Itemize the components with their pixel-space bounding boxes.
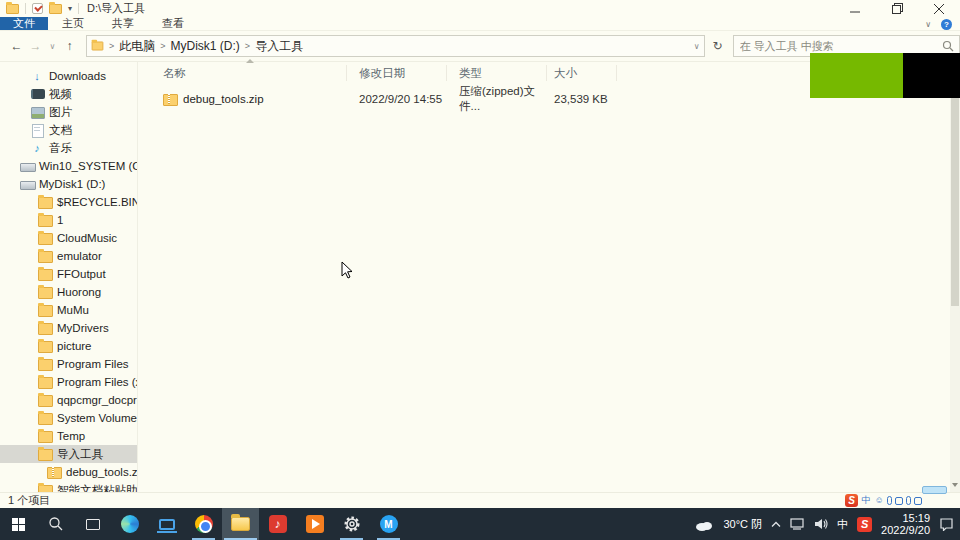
sidebar-item[interactable]: MyDrivers	[0, 319, 137, 337]
taskbar-settings-button[interactable]	[333, 508, 370, 540]
sidebar-item[interactable]: MuMu	[0, 301, 137, 319]
folder-icon	[38, 430, 52, 442]
sogou-tray-icon[interactable]: S	[857, 517, 872, 532]
zip-icon	[163, 93, 177, 105]
address-dropdown-icon[interactable]: ∨	[694, 42, 700, 51]
tab-share[interactable]: 共享	[98, 17, 148, 30]
mouse-cursor	[341, 261, 354, 280]
breadcrumb-drive-d[interactable]: MyDisk1 (D:)	[171, 39, 240, 53]
skin-icon[interactable]	[906, 496, 911, 505]
taskbar-netease-music-button[interactable]: ♪	[259, 508, 296, 540]
column-header[interactable]: 大小	[547, 65, 617, 81]
up-button[interactable]: ↑	[61, 39, 78, 53]
sidebar-item[interactable]: 导入工具	[0, 445, 137, 463]
sidebar-item-label: emulator	[57, 250, 102, 262]
sidebar-item[interactable]: 智能文档粘贴助手	[0, 481, 137, 492]
sidebar-item[interactable]: 1	[0, 211, 137, 229]
column-header[interactable]: 类型	[447, 65, 547, 81]
sidebar-item[interactable]: Temp	[0, 427, 137, 445]
network-icon[interactable]	[790, 518, 805, 530]
restore-button[interactable]	[876, 0, 918, 17]
folder-icon	[38, 214, 52, 226]
taskbar-explorer-button[interactable]	[222, 508, 259, 540]
sidebar-item[interactable]: ♪音乐	[0, 139, 137, 157]
ime-language-indicator[interactable]: 中	[837, 517, 848, 532]
file-date: 2022/9/20 14:55	[347, 93, 447, 105]
title-bar: ▾ D:\导入工具	[0, 0, 960, 17]
sidebar-item[interactable]: Program Files	[0, 355, 137, 373]
sidebar-item[interactable]: 图片	[0, 103, 137, 121]
sidebar-tree: ↓Downloads视频图片文档♪音乐Win10_SYSTEM (C:)MyDi…	[0, 67, 137, 492]
drive-icon	[20, 160, 34, 172]
breadcrumb-separator: >	[240, 41, 255, 51]
folder-icon	[38, 448, 52, 460]
column-header[interactable]: 修改日期	[347, 65, 447, 81]
weather-cloud-icon	[694, 518, 714, 531]
keyboard-icon[interactable]	[895, 497, 903, 505]
action-center-icon[interactable]	[939, 518, 954, 531]
weather-text[interactable]: 30°C 阴	[723, 517, 762, 532]
sidebar-item[interactable]: CloudMusic	[0, 229, 137, 247]
tab-home[interactable]: 主页	[48, 17, 98, 30]
sidebar-item[interactable]: emulator	[0, 247, 137, 265]
taskbar-edge-button[interactable]	[111, 508, 148, 540]
toolbox-icon[interactable]	[914, 497, 922, 505]
sidebar-item[interactable]: System Volume Inf	[0, 409, 137, 427]
ime-mode-icon[interactable]: 中	[861, 494, 871, 507]
new-folder-icon[interactable]	[49, 4, 62, 14]
volume-icon[interactable]	[814, 518, 828, 530]
start-button[interactable]	[0, 508, 37, 540]
sidebar-item[interactable]: debug_tools.zip	[0, 463, 137, 481]
sidebar-item[interactable]: picture	[0, 337, 137, 355]
sidebar-item[interactable]: 文档	[0, 121, 137, 139]
back-button[interactable]: ←	[8, 39, 25, 53]
taskbar-chrome-button[interactable]	[185, 508, 222, 540]
emoji-icon[interactable]: ☺	[874, 494, 884, 507]
tray-expand-icon[interactable]	[771, 521, 781, 528]
mumu-icon: M	[380, 515, 398, 533]
address-bar[interactable]: > 此电脑 > MyDisk1 (D:) > 导入工具 ∨	[86, 35, 705, 57]
file-size: 23,539 KB	[547, 93, 617, 105]
sidebar-item[interactable]: qqpcmgr_docpro	[0, 391, 137, 409]
taskbar-search-button[interactable]	[37, 508, 74, 540]
taskbar-mumu-button[interactable]: M	[370, 508, 407, 540]
sidebar-item[interactable]: 视频	[0, 85, 137, 103]
sidebar-item[interactable]: ↓Downloads	[0, 67, 137, 85]
recent-locations-icon[interactable]: ∨	[46, 42, 59, 51]
navigation-pane: ↓Downloads视频图片文档♪音乐Win10_SYSTEM (C:)MyDi…	[0, 62, 138, 492]
breadcrumb-this-pc[interactable]: 此电脑	[119, 38, 155, 55]
sidebar-item-label: 图片	[49, 105, 72, 120]
sogou-tooltip	[922, 486, 947, 494]
sidebar-item[interactable]: Program Files (x86	[0, 373, 137, 391]
taskbar-media-player-button[interactable]	[296, 508, 333, 540]
sidebar-item[interactable]: Win10_SYSTEM (C:)	[0, 157, 137, 175]
sidebar-item-label: $RECYCLE.BIN	[57, 196, 138, 208]
minimize-button[interactable]	[834, 0, 876, 17]
video-icon	[30, 88, 44, 100]
gear-icon	[343, 515, 361, 533]
sidebar-item[interactable]: MyDisk1 (D:)	[0, 175, 137, 193]
sogou-logo-icon[interactable]: S	[845, 494, 858, 507]
refresh-button[interactable]: ↻	[705, 35, 731, 57]
breadcrumb-current-folder[interactable]: 导入工具	[255, 38, 303, 55]
customize-qat-icon[interactable]: ▾	[68, 4, 72, 13]
expand-ribbon-icon[interactable]: ∨	[925, 20, 931, 29]
properties-icon[interactable]	[32, 3, 43, 14]
clock[interactable]: 15:192022/9/20	[881, 512, 930, 536]
tab-view[interactable]: 查看	[148, 17, 198, 30]
tab-file[interactable]: 文件	[0, 17, 48, 30]
sidebar-item[interactable]: $RECYCLE.BIN	[0, 193, 137, 211]
recording-overlay-black	[903, 53, 960, 98]
quick-access-toolbar: ▾	[0, 3, 79, 14]
task-view-button[interactable]	[74, 508, 111, 540]
taskbar-pc-manager-button[interactable]	[148, 508, 185, 540]
forward-button[interactable]: →	[27, 39, 44, 53]
folder-icon	[38, 340, 52, 352]
sidebar-item[interactable]: FFOutput	[0, 265, 137, 283]
mic-icon[interactable]	[887, 496, 892, 505]
column-header[interactable]: 名称	[151, 65, 347, 81]
close-button[interactable]	[918, 0, 960, 17]
sidebar-item[interactable]: Huorong	[0, 283, 137, 301]
status-bar: 1 个项目	[0, 492, 960, 508]
help-icon[interactable]: ?	[941, 19, 952, 30]
